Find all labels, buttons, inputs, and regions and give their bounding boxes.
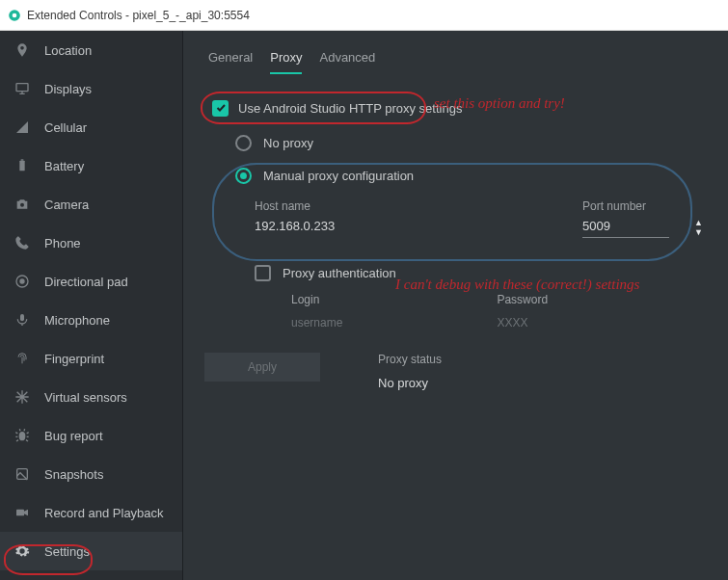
sidebar-item-settings[interactable]: Settings bbox=[0, 532, 182, 570]
bug-icon bbox=[13, 427, 31, 444]
sidebar-item-label: Camera bbox=[44, 198, 89, 212]
sidebar-item-phone[interactable]: Phone bbox=[0, 224, 182, 262]
sidebar-item-label: Snapshots bbox=[44, 467, 103, 482]
login-input[interactable]: username bbox=[291, 316, 342, 330]
mic-icon bbox=[13, 311, 31, 329]
sidebar-item-label: Fingerprint bbox=[44, 352, 104, 366]
tab-advanced[interactable]: Advanced bbox=[319, 46, 375, 74]
sidebar-item-label: Virtual sensors bbox=[44, 390, 127, 405]
sidebar-item-location[interactable]: Location bbox=[0, 31, 182, 69]
svg-rect-3 bbox=[19, 161, 24, 171]
sidebar-item-label: Phone bbox=[44, 236, 81, 250]
phone-icon bbox=[13, 234, 31, 251]
svg-rect-4 bbox=[21, 159, 24, 160]
sidebar-item-fingerprint[interactable]: Fingerprint bbox=[0, 339, 182, 378]
record-icon bbox=[13, 504, 31, 521]
port-input[interactable]: 5009 bbox=[582, 219, 669, 238]
no-proxy-radio[interactable] bbox=[235, 135, 252, 151]
sidebar-item-microphone[interactable]: Microphone bbox=[0, 301, 182, 339]
svg-rect-11 bbox=[16, 510, 24, 516]
host-label: Host name bbox=[255, 199, 563, 213]
use-studio-proxy-checkbox[interactable] bbox=[212, 100, 229, 117]
stepper-down-icon[interactable]: ▼ bbox=[694, 228, 703, 236]
sidebar-item-record[interactable]: Record and Playback bbox=[0, 493, 182, 532]
sidebar-item-label: Cellular bbox=[44, 120, 87, 135]
sidebar-item-camera[interactable]: Camera bbox=[0, 185, 182, 224]
port-label: Port number bbox=[582, 199, 669, 213]
svg-rect-2 bbox=[16, 84, 28, 92]
window-title: Extended Controls - pixel_5_-_api_30:555… bbox=[27, 9, 250, 22]
sidebar-item-battery[interactable]: Battery bbox=[0, 146, 182, 185]
sidebar-item-label: Location bbox=[44, 43, 92, 58]
dpad-icon bbox=[13, 273, 31, 290]
manual-proxy-radio[interactable] bbox=[235, 168, 252, 184]
manual-proxy-label: Manual proxy configuration bbox=[263, 169, 414, 183]
port-stepper[interactable]: ▲ ▼ bbox=[694, 219, 703, 236]
proxy-auth-label: Proxy authentication bbox=[283, 266, 396, 280]
tab-general[interactable]: General bbox=[208, 46, 253, 74]
battery-icon bbox=[13, 157, 31, 174]
no-proxy-label: No proxy bbox=[263, 136, 313, 150]
cellular-icon bbox=[13, 119, 31, 136]
tabs: General Proxy Advanced bbox=[204, 42, 709, 74]
login-label: Login bbox=[291, 293, 342, 306]
svg-point-9 bbox=[19, 432, 26, 440]
apply-button[interactable]: Apply bbox=[204, 353, 320, 382]
proxy-auth-checkbox[interactable] bbox=[255, 265, 271, 281]
app-icon bbox=[8, 9, 21, 22]
sidebar-item-label: Microphone bbox=[44, 313, 110, 328]
sidebar-item-label: Settings bbox=[44, 544, 90, 559]
main-panel: General Proxy Advanced Use Android Studi… bbox=[183, 31, 728, 580]
sidebar-item-cellular[interactable]: Cellular bbox=[0, 108, 182, 146]
camera-icon bbox=[13, 196, 31, 213]
sidebar: Location Displays Cellular Battery Camer… bbox=[0, 31, 183, 580]
sidebar-item-snapshots[interactable]: Snapshots bbox=[0, 455, 182, 493]
sidebar-item-displays[interactable]: Displays bbox=[0, 69, 182, 108]
sidebar-item-label: Directional pad bbox=[44, 275, 128, 289]
password-label: Password bbox=[497, 293, 548, 306]
gear-icon bbox=[13, 542, 31, 560]
sidebar-item-sensors[interactable]: Virtual sensors bbox=[0, 378, 182, 416]
sidebar-item-label: Battery bbox=[44, 159, 84, 173]
proxy-status-label: Proxy status bbox=[378, 353, 442, 366]
svg-point-5 bbox=[20, 203, 24, 207]
location-icon bbox=[13, 41, 31, 59]
proxy-status-value: No proxy bbox=[378, 376, 442, 390]
stepper-up-icon[interactable]: ▲ bbox=[694, 219, 703, 226]
password-input[interactable]: XXXX bbox=[497, 316, 548, 330]
window-titlebar: Extended Controls - pixel_5_-_api_30:555… bbox=[0, 0, 728, 31]
sidebar-item-bugreport[interactable]: Bug report bbox=[0, 416, 182, 455]
sensors-icon bbox=[13, 388, 31, 406]
snapshot-icon bbox=[13, 465, 31, 483]
tab-proxy[interactable]: Proxy bbox=[270, 46, 302, 74]
host-input[interactable]: 192.168.0.233 bbox=[255, 219, 563, 237]
svg-rect-8 bbox=[20, 314, 24, 321]
sidebar-item-label: Displays bbox=[44, 82, 92, 96]
use-studio-proxy-label: Use Android Studio HTTP proxy settings bbox=[238, 101, 462, 116]
sidebar-item-label: Bug report bbox=[44, 429, 103, 443]
sidebar-item-dpad[interactable]: Directional pad bbox=[0, 262, 182, 301]
displays-icon bbox=[13, 80, 31, 97]
svg-point-1 bbox=[13, 13, 17, 17]
fingerprint-icon bbox=[13, 350, 31, 367]
sidebar-item-label: Record and Playback bbox=[44, 506, 164, 520]
svg-point-7 bbox=[20, 279, 24, 283]
